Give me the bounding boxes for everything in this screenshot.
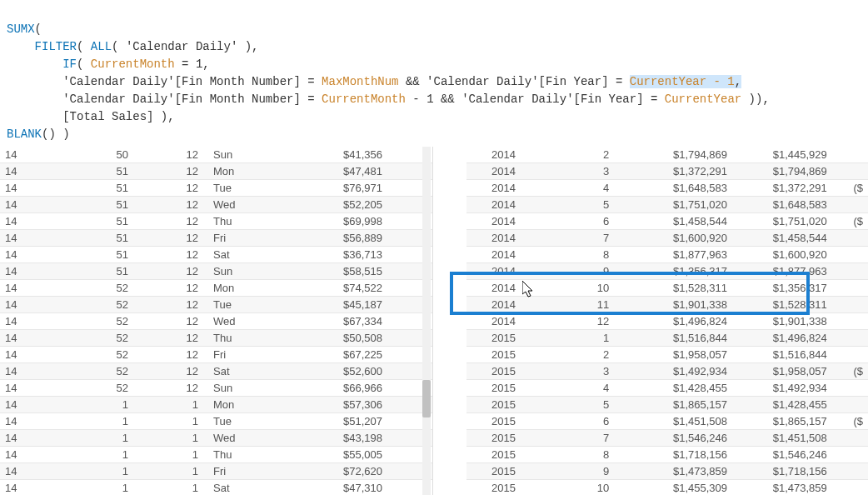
table-row[interactable]: 20144$1,648,583$1,372,291($ [466,180,868,197]
scrollbar-thumb[interactable] [422,380,431,418]
table-row[interactable]: 145012Sun$41,356 [0,147,432,163]
table-row[interactable]: 201411$1,901,338$1,528,311 [466,297,868,313]
table-row[interactable]: 145112Tue$76,971 [0,180,432,197]
monthly-sales-table[interactable]: 20142$1,794,869$1,445,92920143$1,372,291… [466,147,868,495]
table-row[interactable]: 1411Fri$72,620 [0,463,432,480]
right-table-pane[interactable]: 20142$1,794,869$1,445,92920143$1,372,291… [466,147,868,495]
table-row[interactable]: 1411Thu$55,005 [0,447,432,463]
table-row[interactable]: 145112Sun$58,515 [0,263,432,280]
table-row[interactable]: 145212Fri$67,225 [0,347,432,363]
table-row[interactable]: 145112Sat$36,713 [0,247,432,263]
table-row[interactable]: 145212Sun$66,966 [0,380,432,397]
daily-sales-table[interactable]: 145012Sun$41,356145112Mon$47,481145112Tu… [0,147,432,495]
table-row[interactable]: 1411Mon$57,306 [0,397,432,413]
table-row[interactable]: 20142$1,794,869$1,445,929 [466,147,868,163]
table-row[interactable]: 20143$1,372,291$1,794,869 [466,163,868,180]
table-row[interactable]: 145112Wed$52,205 [0,197,432,213]
table-row[interactable]: 20154$1,428,455$1,492,934 [466,380,868,397]
left-scrollbar[interactable] [422,147,431,495]
table-row[interactable]: 20158$1,718,156$1,546,246 [466,447,868,463]
dax-formula-editor[interactable]: SUMX( FILTER( ALL( 'Calendar Daily' ), I… [0,0,868,147]
table-row[interactable]: 1411Wed$43,198 [0,430,432,447]
table-row[interactable]: 145112Thu$69,998 [0,213,432,230]
table-row[interactable]: 20159$1,473,859$1,718,156 [466,463,868,480]
table-row[interactable]: 20149$1,356,317$1,877,963 [466,263,868,280]
table-row[interactable]: 20157$1,546,246$1,451,508 [466,430,868,447]
table-row[interactable]: 145212Sat$52,600 [0,363,432,380]
table-row[interactable]: 20147$1,600,920$1,458,544 [466,230,868,247]
table-row[interactable]: 20155$1,865,157$1,428,455 [466,397,868,413]
table-row[interactable]: 20151$1,516,844$1,496,824 [466,330,868,347]
table-row[interactable]: 145112Fri$56,889 [0,230,432,247]
table-row[interactable]: 201410$1,528,311$1,356,317 [466,280,868,297]
table-row[interactable]: 145212Thu$50,508 [0,330,432,347]
left-table-pane[interactable]: 145012Sun$41,356145112Mon$47,481145112Tu… [0,147,433,495]
table-row[interactable]: 20146$1,458,544$1,751,020($ [466,213,868,230]
table-row[interactable]: 20156$1,451,508$1,865,157($ [466,413,868,430]
table-row[interactable]: 20148$1,877,963$1,600,920 [466,247,868,263]
table-row[interactable]: 201412$1,496,824$1,901,338 [466,313,868,330]
table-row[interactable]: 20152$1,958,057$1,516,844 [466,347,868,363]
table-row[interactable]: 145112Mon$47,481 [0,163,432,180]
table-row[interactable]: 1411Tue$51,207 [0,413,432,430]
table-row[interactable]: 145212Wed$67,334 [0,313,432,330]
table-row[interactable]: 1411Sat$47,310 [0,480,432,496]
table-row[interactable]: 201510$1,455,309$1,473,859 [466,480,868,496]
table-row[interactable]: 20153$1,492,934$1,958,057($ [466,363,868,380]
table-row[interactable]: 145212Tue$45,187 [0,297,432,313]
table-row[interactable]: 145212Mon$74,522 [0,280,432,297]
table-row[interactable]: 20145$1,751,020$1,648,583 [466,197,868,213]
